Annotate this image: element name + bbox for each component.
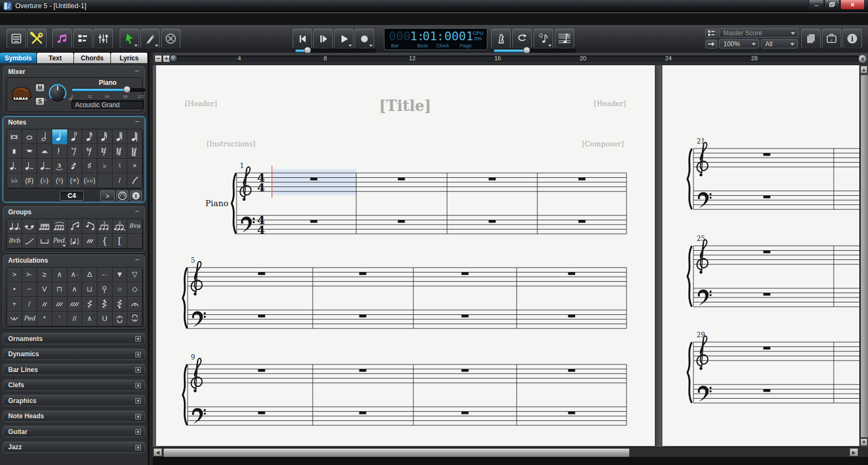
expand-icon[interactable] bbox=[135, 398, 141, 404]
music-library-button[interactable]: ♪ bbox=[822, 29, 841, 48]
sixtyfourth-rest-button[interactable] bbox=[113, 144, 128, 159]
heavy-accent-button[interactable]: ≥ bbox=[37, 268, 52, 282]
tremolo-1-button[interactable]: / bbox=[22, 297, 38, 312]
zoom-select[interactable]: 100% bbox=[719, 39, 759, 48]
select-arrow-button[interactable] bbox=[120, 29, 139, 48]
play-button[interactable] bbox=[334, 29, 354, 48]
pedal-mark-button[interactable]: Ped bbox=[22, 312, 38, 326]
natural-button[interactable]: ♮ bbox=[113, 159, 128, 173]
fermata-u-down-button[interactable] bbox=[127, 312, 142, 326]
cresc-line-button[interactable] bbox=[22, 234, 38, 249]
close-button[interactable]: × bbox=[840, 0, 865, 10]
flat-button[interactable]: ♭ bbox=[97, 159, 113, 173]
scroll-down-button[interactable]: ▼ bbox=[860, 438, 867, 446]
pencil-button[interactable] bbox=[140, 29, 160, 48]
pedal-button[interactable]: Ped. bbox=[52, 234, 67, 249]
playhead-marker[interactable] bbox=[170, 54, 178, 63]
down-bow-button[interactable]: ▽ bbox=[127, 268, 142, 282]
grace-slash-button[interactable] bbox=[127, 173, 142, 188]
step-forward-button[interactable] bbox=[313, 29, 333, 48]
mixer-collapse-button[interactable]: – bbox=[134, 68, 140, 75]
info-button[interactable]: i bbox=[842, 29, 862, 48]
whole-rest-button[interactable] bbox=[22, 144, 38, 159]
view-list-button[interactable] bbox=[705, 29, 717, 38]
pan-knob[interactable]: L R bbox=[47, 83, 68, 103]
marcato-button[interactable]: ∧ bbox=[52, 268, 67, 282]
square-bracket-button[interactable]: [ bbox=[113, 234, 128, 249]
volume-knob[interactable] bbox=[123, 86, 131, 93]
scroll-up-button[interactable]: ▲ bbox=[860, 66, 867, 73]
ruler-groove[interactable]: 481216202428 bbox=[169, 55, 859, 62]
panel-bar-ornaments[interactable]: Ornaments bbox=[3, 333, 145, 344]
staccato-button[interactable]: • bbox=[7, 282, 22, 297]
scroll-right-button[interactable]: ▶ bbox=[850, 448, 858, 456]
tab-text[interactable]: Text bbox=[37, 53, 74, 63]
cross-staff-button[interactable] bbox=[555, 29, 574, 48]
half-note-button[interactable] bbox=[37, 129, 52, 144]
tremolo-4-button[interactable] bbox=[67, 297, 83, 312]
quarter-rest-button[interactable] bbox=[52, 144, 67, 159]
goto-button[interactable] bbox=[705, 40, 717, 48]
sixteenth-note-button[interactable] bbox=[82, 129, 97, 144]
breath-mark-button[interactable]: ’ bbox=[52, 312, 67, 326]
sixtyfourth-note-button[interactable] bbox=[113, 129, 128, 144]
library-button[interactable] bbox=[7, 29, 26, 48]
expand-icon[interactable] bbox=[135, 445, 141, 450]
score-canvas[interactable]: [Header][Title][Header][Instructions][Co… bbox=[153, 65, 859, 447]
tab-chords[interactable]: Chords bbox=[74, 53, 111, 63]
metronome-button[interactable] bbox=[491, 29, 511, 48]
pencil-dropdown-icon[interactable] bbox=[155, 45, 158, 47]
marcato-small-button[interactable]: ∧ bbox=[67, 282, 83, 297]
accent-button[interactable]: > bbox=[7, 268, 22, 282]
note-info-button[interactable]: i bbox=[130, 190, 142, 201]
fermata-down-button[interactable] bbox=[7, 312, 22, 326]
record-dropdown-icon[interactable] bbox=[369, 45, 373, 47]
bracket-u-button[interactable]: U bbox=[97, 312, 113, 326]
ruler-close-button[interactable]: x bbox=[858, 54, 867, 63]
volume-slider[interactable] bbox=[71, 88, 145, 92]
dropdown-icon[interactable] bbox=[63, 245, 66, 247]
minimize-button[interactable]: – bbox=[809, 0, 824, 10]
octave-up-button[interactable]: 8va bbox=[127, 219, 142, 234]
plus-button[interactable]: + bbox=[7, 297, 22, 312]
midi-input-button[interactable] bbox=[116, 190, 128, 201]
tuplet-button[interactable]: 3 bbox=[52, 159, 67, 173]
caesura-button[interactable]: // bbox=[67, 312, 83, 326]
thirtysecond-note-button[interactable] bbox=[97, 129, 113, 144]
eighth-rest-button[interactable] bbox=[67, 144, 83, 159]
expand-icon[interactable] bbox=[135, 367, 141, 373]
tab-symbols[interactable]: Symbols bbox=[0, 53, 37, 63]
double-flat-button[interactable]: ♭♭ bbox=[7, 173, 22, 188]
notes-collapse-button[interactable]: – bbox=[134, 119, 140, 125]
tools-button[interactable] bbox=[27, 29, 47, 48]
panel-bar-jazz[interactable]: Jazz bbox=[3, 442, 145, 453]
patch-field[interactable]: Acoustic Grand bbox=[71, 100, 144, 109]
bracket-low-button[interactable]: ⊔ bbox=[82, 282, 97, 297]
paren-sharp-button[interactable]: (♯) bbox=[22, 173, 38, 188]
down-bow-solid-button[interactable]: ▼ bbox=[113, 268, 128, 282]
arpeggio-down-button[interactable] bbox=[113, 297, 128, 312]
marcato-staccato-button[interactable]: ∧· bbox=[67, 268, 83, 282]
shuttle-slider[interactable] bbox=[295, 49, 376, 53]
loop-button[interactable] bbox=[512, 29, 532, 48]
panel-bar-graphics[interactable]: Graphics bbox=[3, 395, 145, 406]
tab-lyrics[interactable]: Lyrics bbox=[111, 53, 148, 63]
quantize-button[interactable]: Q bbox=[534, 29, 553, 48]
tenuto-button[interactable]: − bbox=[22, 282, 38, 297]
dotted-note-pair-button[interactable] bbox=[7, 219, 22, 234]
dotted-note-button[interactable] bbox=[7, 159, 22, 173]
half-rest-button[interactable] bbox=[37, 144, 52, 159]
dotted-triplet-group-button[interactable]: 3 bbox=[113, 219, 128, 234]
mixer-button[interactable] bbox=[94, 29, 113, 48]
articulations-collapse-button[interactable]: – bbox=[134, 257, 140, 263]
tempo-slider[interactable] bbox=[493, 49, 576, 53]
open-circle-button[interactable]: ○ bbox=[113, 282, 128, 297]
double-sharp-button[interactable]: × bbox=[127, 159, 142, 173]
scroll-left-button[interactable]: ◀ bbox=[153, 448, 162, 456]
arpeggio-button[interactable] bbox=[82, 297, 97, 312]
triple-dotted-note-button[interactable] bbox=[37, 159, 52, 173]
octave-down-button[interactable]: 8vb bbox=[7, 234, 22, 249]
double-whole-note-button[interactable] bbox=[7, 129, 22, 144]
arpeggio-up-button[interactable] bbox=[97, 297, 113, 312]
triplet-group-button[interactable]: 3 bbox=[97, 219, 113, 234]
